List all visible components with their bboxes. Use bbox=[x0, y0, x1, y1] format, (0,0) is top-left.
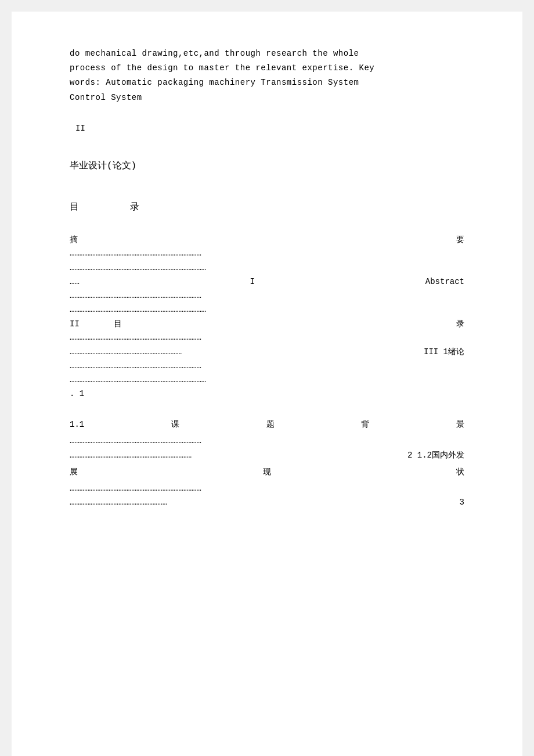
dots-line-1: ……………………………………………………………………… bbox=[70, 247, 464, 260]
roman-numeral-II: II bbox=[75, 121, 464, 136]
dots-line-8: ………………………………………………………………………… bbox=[70, 373, 464, 386]
dots-line-11: ……………………………………………………………………… bbox=[70, 482, 464, 495]
document-page: do mechanical drawing,etc,and through re… bbox=[12, 12, 522, 756]
section-1-2-zhuang: 状 bbox=[456, 465, 464, 480]
toc-lu2: 录 bbox=[456, 318, 464, 332]
toc-abstract-line: …… I Abstract bbox=[70, 275, 464, 289]
toc-zhaiyao-line: 摘 要 bbox=[70, 233, 464, 247]
dots-line-9: ……………………………………………………………………… bbox=[70, 434, 464, 447]
toc-II-mulu-line: II 目 录 bbox=[70, 318, 464, 332]
section-1-2-num: 2 1.2国内外发 bbox=[407, 449, 464, 463]
toc-zhai: 摘 bbox=[70, 233, 78, 247]
dots-short: …… bbox=[70, 275, 80, 289]
thesis-title: 毕业设计(论文) bbox=[70, 158, 464, 175]
section-1-2-zhan: 展 bbox=[70, 465, 78, 480]
section-1-1-jing: 景 bbox=[456, 417, 464, 432]
toc-abstract-label: Abstract bbox=[425, 275, 464, 289]
toc-mu: 目 bbox=[70, 199, 79, 216]
section-1-1-bei: 背 bbox=[361, 417, 369, 432]
section-1-2-second-line: 展 现 状 bbox=[70, 465, 464, 480]
paragraph-line2: process of the design to master the rele… bbox=[70, 61, 464, 75]
section-1-1-ke: 课 bbox=[171, 417, 179, 432]
toc-yao: 要 bbox=[456, 233, 464, 247]
toc-3-line: …………………………………………………… 3 bbox=[70, 496, 464, 510]
page-3: 3 bbox=[460, 496, 464, 510]
toc-heading: 目 录 bbox=[70, 199, 139, 216]
dots-line-7: ……………………………………………………………………… bbox=[70, 359, 464, 372]
dots-line-4: ………………………………………………………………………… bbox=[70, 303, 464, 316]
toc-roman-I: I bbox=[250, 275, 255, 289]
paragraph-line4: Control System bbox=[70, 91, 464, 105]
document-content: do mechanical drawing,etc,and through re… bbox=[70, 46, 464, 510]
section-1-2-xian: 现 bbox=[263, 465, 271, 480]
toc-2-line: ………………………………………………………………… 2 1.2国内外发 bbox=[70, 449, 464, 463]
section-1-1-num: 1.1 bbox=[70, 417, 84, 432]
paragraph-line1: do mechanical drawing,etc,and through re… bbox=[70, 46, 464, 61]
dots-line-5: ……………………………………………………………………… bbox=[70, 331, 464, 344]
section-1-1-ti: 题 bbox=[266, 417, 275, 432]
dots-line-12: …………………………………………………… bbox=[70, 496, 167, 510]
paragraph-line3: words: Automatic packaging machinery Tra… bbox=[70, 75, 464, 90]
toc-III-1-line: …………………………………………………………… III 1绪论 bbox=[70, 345, 464, 359]
toc-lu: 录 bbox=[130, 199, 139, 216]
dot-1: . 1 bbox=[70, 387, 464, 401]
dots-line-3: ……………………………………………………………………… bbox=[70, 289, 464, 302]
dots-line-6-prefix: …………………………………………………………… bbox=[70, 345, 182, 359]
toc-III-1-label: III 1绪论 bbox=[424, 345, 464, 359]
dots-line-2: ………………………………………………………………………… bbox=[70, 261, 464, 274]
toc-II-label: II 目 bbox=[70, 318, 122, 332]
dots-line-10: ………………………………………………………………… bbox=[70, 449, 192, 463]
section-1-1-header: 1.1 课 题 背 景 bbox=[70, 417, 464, 432]
